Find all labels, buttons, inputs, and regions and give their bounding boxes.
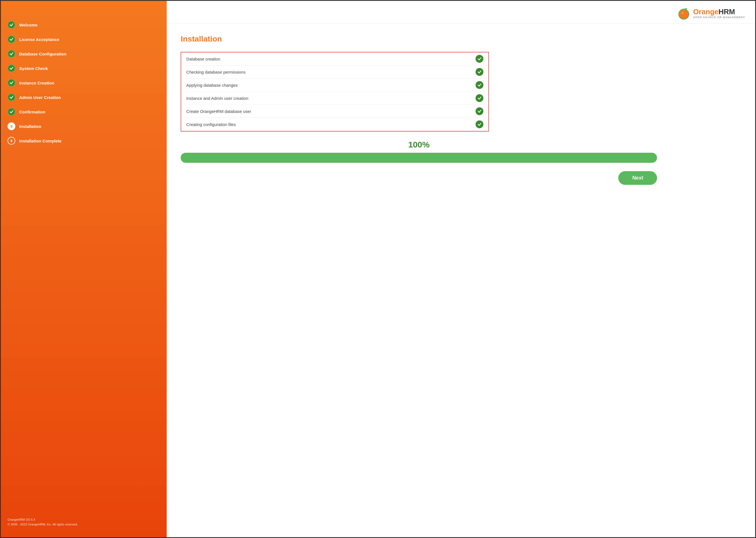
sidebar-item-label-instance-creation: Instance Creation: [19, 81, 54, 85]
install-step-label: Creating configuration files: [186, 122, 236, 127]
sidebar-item-system-check[interactable]: System Check: [1, 61, 167, 76]
logo: OrangeHRM OPEN SOURCE HR MANAGEMENT: [677, 6, 745, 20]
sidebar-item-welcome[interactable]: Welcome: [1, 18, 167, 32]
main-content: OrangeHRM OPEN SOURCE HR MANAGEMENT Inst…: [167, 1, 755, 537]
logo-subtitle: OPEN SOURCE HR MANAGEMENT: [693, 16, 745, 19]
svg-point-2: [681, 12, 683, 14]
sidebar-item-label-admin-user: Admin User Creation: [19, 95, 61, 100]
sidebar: WelcomeLicense AcceptanceDatabase Config…: [1, 1, 167, 537]
install-step-check-icon: [476, 55, 483, 63]
sidebar-item-installation[interactable]: 8Installation: [1, 119, 167, 134]
page-title: Installation: [181, 34, 741, 43]
install-step-row: Instance and Admin user creation: [181, 92, 488, 105]
sidebar-item-label-installation-complete: Installation Complete: [19, 138, 62, 143]
sidebar-item-label-database-config: Database Configuration: [19, 52, 66, 56]
sidebar-item-label-confirmation: Confirmation: [19, 110, 45, 114]
logo-icon: [677, 6, 691, 20]
install-step-check-icon: [476, 94, 483, 102]
install-step-label: Applying database changes: [186, 83, 238, 87]
progress-bar-background: [181, 153, 657, 163]
install-step-check-icon: [476, 68, 483, 76]
logo-orange: Orange: [693, 8, 718, 16]
install-steps-container: Database creationChecking database permi…: [181, 52, 489, 132]
app-copyright: © 2005 - 2023 OrangeHRM, Inc. All rights…: [8, 523, 78, 526]
sidebar-item-installation-complete[interactable]: 9Installation Complete: [1, 134, 167, 148]
logo-text-container: OrangeHRM OPEN SOURCE HR MANAGEMENT: [693, 8, 745, 19]
sidebar-item-license[interactable]: License Acceptance: [1, 32, 167, 47]
sidebar-item-icon-system-check: [8, 64, 15, 72]
sidebar-item-icon-installation-complete: 9: [8, 137, 15, 145]
sidebar-item-label-welcome: Welcome: [19, 23, 38, 27]
logo-text: OrangeHRM: [693, 8, 745, 15]
sidebar-item-icon-instance-creation: [8, 79, 15, 87]
sidebar-nav: WelcomeLicense AcceptanceDatabase Config…: [1, 9, 167, 513]
logo-dark: HRM: [719, 8, 735, 16]
install-step-label: Instance and Admin user creation: [186, 96, 248, 101]
sidebar-item-icon-welcome: [8, 21, 15, 29]
install-step-check-icon: [476, 107, 483, 115]
install-step-check-icon: [476, 81, 483, 89]
header: OrangeHRM OPEN SOURCE HR MANAGEMENT: [167, 1, 755, 24]
install-step-row: Creating configuration files: [181, 118, 488, 131]
sidebar-footer: OrangeHRM OS 5.4 © 2005 - 2023 OrangeHRM…: [1, 513, 167, 532]
progress-percent: 100%: [181, 140, 657, 149]
sidebar-item-icon-admin-user: [8, 93, 15, 101]
sidebar-item-database-config[interactable]: Database Configuration: [1, 47, 167, 61]
install-step-row: Applying database changes: [181, 79, 488, 92]
next-button-container: Next: [181, 171, 657, 185]
install-step-row: Database creation: [181, 52, 488, 66]
app-version: OrangeHRM OS 5.4: [8, 518, 35, 521]
sidebar-item-icon-confirmation: [8, 108, 15, 116]
sidebar-item-confirmation[interactable]: Confirmation: [1, 105, 167, 119]
sidebar-item-label-license: License Acceptance: [19, 37, 59, 42]
sidebar-item-icon-database-config: [8, 50, 15, 58]
install-step-label: Checking database permissions: [186, 70, 245, 75]
install-step-row: Checking database permissions: [181, 66, 488, 79]
content-area: Installation Database creationChecking d…: [167, 24, 755, 537]
progress-bar-fill: [181, 153, 657, 163]
sidebar-item-icon-installation: 8: [8, 122, 15, 130]
install-step-check-icon: [476, 121, 483, 128]
install-step-label: Database creation: [186, 57, 220, 61]
install-step-row: Create OrangeHRM database user: [181, 105, 488, 118]
install-step-label: Create OrangeHRM database user: [186, 109, 251, 114]
sidebar-item-admin-user[interactable]: Admin User Creation: [1, 90, 167, 105]
next-button[interactable]: Next: [618, 171, 657, 185]
sidebar-item-label-installation: Installation: [19, 124, 41, 129]
sidebar-item-instance-creation[interactable]: Instance Creation: [1, 76, 167, 90]
sidebar-item-icon-license: [8, 35, 15, 43]
sidebar-item-label-system-check: System Check: [19, 66, 48, 71]
progress-section: 100%: [181, 140, 657, 163]
